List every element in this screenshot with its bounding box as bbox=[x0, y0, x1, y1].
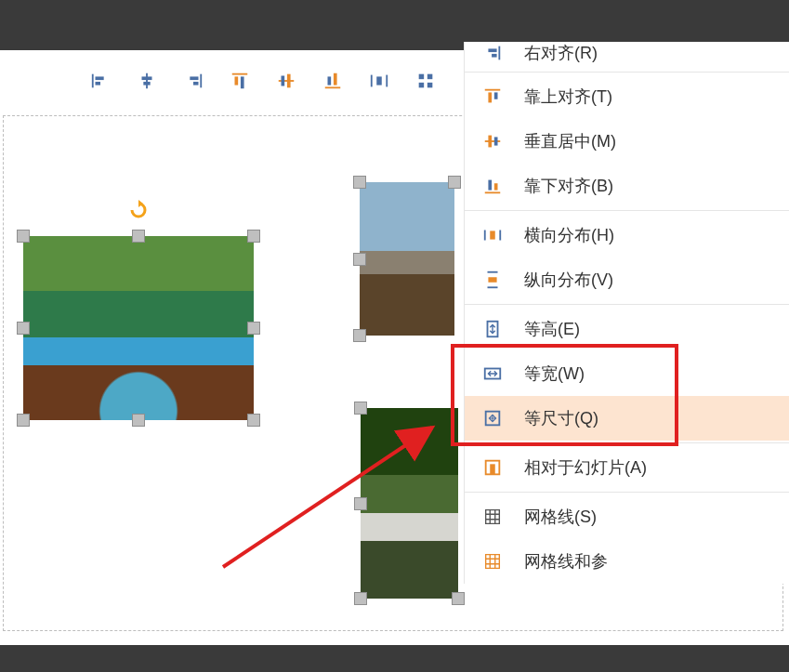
status-bar bbox=[0, 645, 789, 672]
menu-item-label: 网格线和参 bbox=[524, 550, 608, 573]
align-center-h-button[interactable] bbox=[135, 69, 159, 93]
selected-image-1[interactable] bbox=[23, 236, 254, 420]
menu-distribute-v[interactable]: 纵向分布(V) bbox=[465, 257, 789, 302]
rotate-handle-icon[interactable] bbox=[127, 199, 150, 221]
resize-handle[interactable] bbox=[354, 497, 367, 510]
svg-rect-40 bbox=[490, 231, 495, 239]
distribute-h-icon bbox=[481, 224, 504, 246]
svg-rect-32 bbox=[485, 140, 501, 142]
menu-item-label: 右对齐(R) bbox=[524, 42, 598, 64]
svg-rect-5 bbox=[143, 82, 150, 86]
svg-rect-26 bbox=[498, 46, 500, 60]
svg-rect-15 bbox=[325, 86, 341, 88]
selected-image-2[interactable] bbox=[360, 182, 454, 336]
menu-equal-size[interactable]: 等尺寸(Q) bbox=[465, 396, 789, 441]
menu-separator bbox=[465, 442, 789, 443]
distribute-v-icon bbox=[481, 269, 504, 291]
align-top-button[interactable] bbox=[228, 69, 252, 93]
menu-item-label: 垂直居中(M) bbox=[524, 130, 616, 152]
resize-handle[interactable] bbox=[452, 592, 465, 605]
svg-rect-31 bbox=[494, 92, 498, 99]
svg-rect-8 bbox=[193, 82, 199, 86]
menu-item-label: 相对于幻灯片(A) bbox=[524, 456, 647, 479]
menu-item-label: 等宽(W) bbox=[524, 362, 585, 385]
align-left-icon bbox=[90, 71, 111, 91]
svg-rect-39 bbox=[499, 231, 501, 241]
align-middle-v-button[interactable] bbox=[274, 69, 298, 93]
resize-handle[interactable] bbox=[132, 230, 145, 243]
resize-handle[interactable] bbox=[17, 322, 30, 335]
align-left-button[interactable] bbox=[88, 69, 112, 93]
menu-distribute-h[interactable]: 横向分布(H) bbox=[465, 213, 789, 257]
resize-handle[interactable] bbox=[247, 230, 260, 243]
align-bottom-icon bbox=[322, 71, 343, 91]
svg-rect-9 bbox=[232, 73, 248, 75]
menu-relative-slide[interactable]: 相对于幻灯片(A) bbox=[465, 445, 789, 490]
svg-rect-28 bbox=[492, 54, 497, 58]
resize-handle[interactable] bbox=[247, 414, 260, 427]
resize-handle[interactable] bbox=[353, 329, 366, 342]
equal-width-icon bbox=[481, 362, 504, 385]
menu-align-bottom[interactable]: 靠下对齐(B) bbox=[465, 164, 789, 208]
menu-align-top[interactable]: 靠上对齐(T) bbox=[465, 74, 789, 119]
svg-rect-37 bbox=[494, 183, 498, 190]
menu-align-middle[interactable]: 垂直居中(M) bbox=[465, 119, 789, 164]
distribute-v-button[interactable] bbox=[414, 69, 438, 93]
menu-item-label: 靠下对齐(B) bbox=[524, 175, 613, 197]
svg-rect-0 bbox=[92, 74, 94, 88]
menu-grid-guides[interactable]: 网格线和参 bbox=[465, 539, 789, 584]
svg-rect-23 bbox=[419, 83, 425, 88]
menu-separator bbox=[465, 72, 789, 72]
align-middle-v-icon bbox=[276, 71, 296, 91]
svg-rect-34 bbox=[494, 137, 498, 145]
resize-handle[interactable] bbox=[247, 322, 260, 335]
menu-equal-height[interactable]: 等高(E) bbox=[465, 307, 789, 351]
svg-rect-10 bbox=[235, 76, 239, 85]
menu-separator bbox=[465, 492, 789, 493]
svg-rect-33 bbox=[488, 136, 492, 148]
menu-separator bbox=[465, 304, 789, 305]
menu-gridlines[interactable]: 网格线(S) bbox=[465, 494, 789, 539]
svg-rect-43 bbox=[488, 277, 496, 283]
svg-rect-35 bbox=[485, 191, 501, 193]
menu-item-label: 横向分布(H) bbox=[524, 224, 614, 246]
menu-equal-width[interactable]: 等宽(W) bbox=[465, 351, 789, 396]
align-right-button[interactable] bbox=[181, 69, 205, 93]
svg-rect-22 bbox=[427, 74, 433, 80]
resize-handle[interactable] bbox=[17, 230, 30, 243]
menu-align-right[interactable]: 右对齐(R) bbox=[465, 42, 789, 70]
svg-rect-6 bbox=[200, 74, 202, 88]
resize-handle[interactable] bbox=[353, 176, 366, 189]
grid-icon bbox=[481, 506, 504, 528]
svg-rect-21 bbox=[419, 74, 425, 80]
resize-handle[interactable] bbox=[354, 592, 367, 605]
svg-rect-30 bbox=[488, 92, 492, 102]
align-bottom-icon bbox=[481, 175, 504, 197]
svg-rect-14 bbox=[287, 74, 291, 88]
svg-rect-2 bbox=[96, 82, 101, 86]
align-center-h-icon bbox=[137, 71, 157, 91]
resize-handle[interactable] bbox=[353, 253, 366, 266]
relative-slide-icon bbox=[481, 456, 504, 479]
menu-item-label: 等尺寸(Q) bbox=[524, 407, 598, 429]
svg-rect-41 bbox=[488, 271, 498, 273]
svg-rect-16 bbox=[328, 76, 332, 85]
resize-handle[interactable] bbox=[132, 414, 145, 427]
align-context-menu: 右对齐(R) 靠上对齐(T) 垂直居中(M) 靠下对齐(B) 横向分布(H) 纵… bbox=[464, 42, 789, 584]
equal-size-icon bbox=[481, 407, 504, 429]
align-right-icon bbox=[183, 71, 204, 91]
menu-item-label: 等高(E) bbox=[524, 318, 580, 340]
svg-rect-24 bbox=[427, 83, 433, 88]
resize-handle[interactable] bbox=[17, 414, 30, 427]
selected-image-3[interactable] bbox=[361, 408, 458, 599]
resize-handle[interactable] bbox=[354, 402, 367, 415]
align-bottom-button[interactable] bbox=[321, 69, 345, 93]
svg-rect-11 bbox=[241, 76, 244, 88]
svg-rect-29 bbox=[485, 89, 501, 91]
resize-handle[interactable] bbox=[448, 176, 461, 189]
svg-rect-1 bbox=[96, 76, 104, 80]
svg-rect-19 bbox=[386, 75, 388, 87]
distribute-h-button[interactable] bbox=[367, 69, 391, 93]
svg-rect-13 bbox=[282, 76, 285, 86]
grid-guides-icon bbox=[481, 550, 504, 573]
